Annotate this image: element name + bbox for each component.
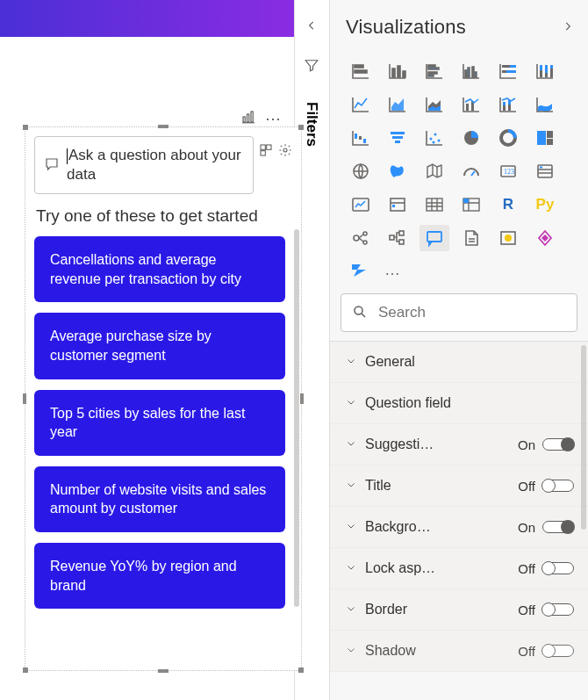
qna-placeholder: Ask a question about your data <box>67 147 241 183</box>
clustered-column-chart-icon[interactable] <box>456 58 486 84</box>
format-row-general[interactable]: General <box>330 342 588 383</box>
format-row-suggestions[interactable]: Suggesti… On <box>330 424 588 465</box>
svg-point-70 <box>505 235 512 242</box>
donut-chart-icon[interactable] <box>493 125 523 151</box>
python-visual-icon[interactable]: Py <box>530 191 560 218</box>
svg-rect-13 <box>428 68 439 69</box>
gauge-icon[interactable] <box>456 158 486 184</box>
svg-rect-17 <box>468 68 470 77</box>
format-row-shadow[interactable]: Shadow Off <box>330 631 588 672</box>
svg-rect-3 <box>261 145 265 149</box>
toggle-switch[interactable] <box>542 521 574 533</box>
svg-rect-38 <box>363 139 366 143</box>
line-chart-icon[interactable] <box>346 91 376 118</box>
svg-rect-23 <box>506 70 516 73</box>
qna-settings-gear-icon[interactable] <box>278 143 292 157</box>
area-chart-icon[interactable] <box>383 91 412 118</box>
line-clustered-column-chart-icon[interactable] <box>456 91 486 118</box>
stacked-column-chart-icon[interactable] <box>383 58 412 84</box>
scatter-chart-icon[interactable] <box>419 125 449 151</box>
qna-visual[interactable]: Ask a question about your data Try one o… <box>25 126 302 671</box>
svg-rect-14 <box>428 72 437 74</box>
chevron-down-icon <box>346 479 356 493</box>
svg-rect-36 <box>355 134 357 139</box>
svg-point-6 <box>283 148 287 152</box>
treemap-icon[interactable] <box>530 125 560 151</box>
format-options-list[interactable]: General Question field Suggesti… On Titl… <box>330 341 588 700</box>
svg-rect-68 <box>427 232 441 242</box>
search-icon <box>352 304 368 322</box>
stacked-bar-chart-icon[interactable] <box>346 58 376 84</box>
paginated-report-icon[interactable] <box>456 225 486 251</box>
ribbon-chart-icon[interactable] <box>530 91 560 118</box>
svg-rect-12 <box>428 65 435 67</box>
decomposition-tree-icon[interactable] <box>383 225 412 251</box>
funnel-chart-icon[interactable] <box>383 125 412 151</box>
format-row-background[interactable]: Backgro… On <box>330 507 588 548</box>
format-row-lock-aspect[interactable]: Lock asp… Off <box>330 548 588 589</box>
svg-rect-1 <box>247 114 248 122</box>
stacked-area-chart-icon[interactable] <box>419 91 449 118</box>
card-icon[interactable]: 123 <box>493 158 523 184</box>
svg-rect-27 <box>545 65 548 73</box>
report-canvas[interactable]: ⋯ Ask a question about your data <box>0 0 295 700</box>
svg-rect-40 <box>392 136 403 139</box>
matrix-icon[interactable] <box>456 191 486 218</box>
power-apps-icon[interactable] <box>530 225 560 251</box>
kpi-icon[interactable] <box>346 191 376 218</box>
format-search-field[interactable] <box>376 303 566 322</box>
clustered-bar-chart-icon[interactable] <box>419 58 449 84</box>
power-automate-icon[interactable] <box>346 258 376 281</box>
qna-suggestion[interactable]: Top 5 cities by sales for the last year <box>34 390 285 456</box>
key-influencers-icon[interactable] <box>346 225 376 251</box>
svg-rect-9 <box>392 69 395 77</box>
waterfall-chart-icon[interactable] <box>346 125 376 151</box>
table-icon[interactable] <box>419 191 449 218</box>
format-row-border[interactable]: Border Off <box>330 589 588 631</box>
chevron-down-icon <box>346 561 356 575</box>
turn-into-standard-visual-icon[interactable] <box>259 143 273 157</box>
100pct-stacked-bar-chart-icon[interactable] <box>493 58 523 84</box>
100pct-stacked-column-chart-icon[interactable] <box>530 58 560 84</box>
svg-rect-37 <box>359 136 362 140</box>
qna-visual-icon[interactable] <box>419 225 449 251</box>
svg-rect-41 <box>395 141 400 143</box>
toggle-switch[interactable] <box>542 562 574 574</box>
arcgis-icon[interactable] <box>493 225 523 251</box>
r-visual-icon[interactable]: R <box>493 191 523 218</box>
qna-suggestion[interactable]: Revenue YoY% by region and brand <box>34 543 285 609</box>
svg-point-44 <box>438 140 441 142</box>
chevron-right-icon[interactable] <box>562 20 574 35</box>
qna-suggestion[interactable]: Number of website visits and sales amoun… <box>34 466 285 532</box>
chevron-down-icon <box>346 520 356 534</box>
filters-label: Filters <box>303 102 320 147</box>
chevron-left-icon[interactable] <box>305 19 318 34</box>
qna-suggestion[interactable]: Average purchase size by customer segmen… <box>34 313 285 379</box>
pie-chart-icon[interactable] <box>456 125 486 151</box>
filled-map-icon[interactable] <box>383 158 412 184</box>
map-icon[interactable] <box>346 158 376 184</box>
svg-rect-8 <box>355 70 367 73</box>
multi-row-card-icon[interactable] <box>530 158 560 184</box>
toggle-switch[interactable] <box>542 438 574 451</box>
pin-visual-icon[interactable] <box>240 109 256 127</box>
qna-suggestion[interactable]: Cancellations and average revenue per tr… <box>34 236 285 302</box>
chevron-down-icon <box>346 437 356 451</box>
toggle-switch[interactable] <box>542 480 574 492</box>
visual-more-options-icon[interactable]: ⋯ <box>265 111 282 126</box>
svg-rect-5 <box>261 151 265 155</box>
qna-question-input[interactable]: Ask a question about your data <box>34 136 254 194</box>
toggle-switch[interactable] <box>542 645 574 657</box>
format-search-input[interactable] <box>341 293 577 332</box>
scrollbar-thumb[interactable] <box>294 229 299 607</box>
format-row-title[interactable]: Title Off <box>330 465 588 507</box>
get-more-visuals-icon[interactable]: … <box>384 261 401 279</box>
format-row-question-field[interactable]: Question field <box>330 383 588 424</box>
chevron-down-icon <box>346 603 356 617</box>
shape-map-icon[interactable] <box>419 158 449 184</box>
toggle-switch[interactable] <box>542 603 574 616</box>
filter-icon[interactable] <box>304 57 319 76</box>
slicer-icon[interactable] <box>383 191 412 218</box>
line-stacked-column-chart-icon[interactable] <box>493 91 523 118</box>
svg-rect-58 <box>392 205 395 207</box>
